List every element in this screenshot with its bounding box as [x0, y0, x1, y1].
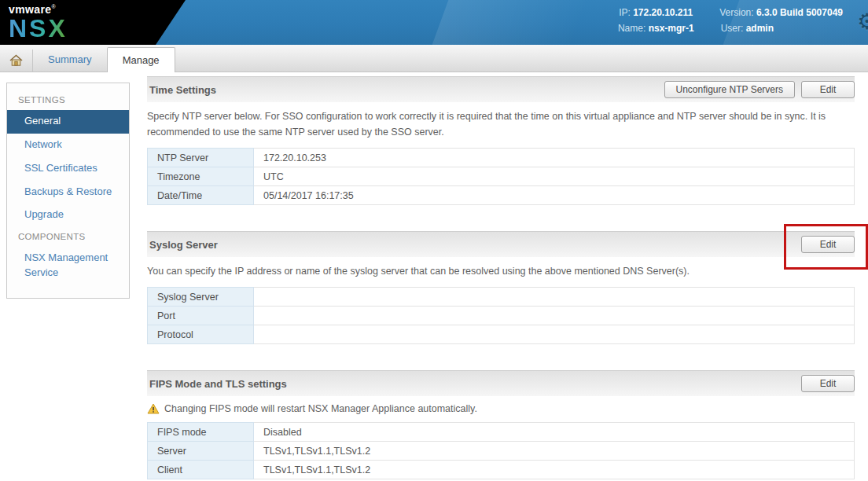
table-row: NTP Server 172.20.10.253	[148, 149, 855, 167]
table-row: Server TLSv1,TLSv1.1,TLSv1.2	[148, 442, 855, 461]
time-settings-title: Time Settings	[149, 84, 216, 96]
sidebar-item-general[interactable]: General	[7, 110, 129, 134]
row-value	[254, 307, 855, 325]
row-value	[254, 288, 855, 307]
nsx-logo: vmware® NSX	[9, 3, 68, 40]
sidebar: SETTINGS General Network SSL Certificate…	[0, 72, 147, 481]
fips-warning: Changing FIPS mode will restart NSX Mana…	[147, 403, 855, 414]
sidebar-item-backups-restore[interactable]: Backups & Restore	[7, 181, 129, 204]
warning-icon	[147, 403, 160, 414]
sidebar-item-network[interactable]: Network	[7, 134, 129, 157]
row-label: Syslog Server	[148, 288, 254, 307]
row-value: Disabled	[254, 423, 855, 442]
tab-bar: Summary Manage	[0, 45, 868, 72]
sidebar-item-nsx-management-service[interactable]: NSX Management Service	[7, 247, 129, 285]
sidebar-item-upgrade[interactable]: Upgrade	[7, 204, 129, 227]
row-value	[254, 325, 855, 344]
nsx-logo-text: NSX	[9, 17, 68, 40]
time-settings-edit-button[interactable]: Edit	[801, 81, 855, 98]
sidebar-menu: SETTINGS General Network SSL Certificate…	[6, 83, 130, 299]
row-value: TLSv1,TLSv1.1,TLSv1.2	[254, 461, 855, 479]
section-time-settings: Time Settings Unconfigure NTP Servers Ed…	[147, 76, 855, 205]
syslog-server-description: You can specify the IP address or name o…	[147, 263, 855, 279]
syslog-server-title: Syslog Server	[149, 239, 218, 251]
home-icon	[9, 54, 23, 66]
table-row: Protocol	[148, 325, 855, 344]
row-label: Server	[148, 442, 254, 461]
row-label: Port	[148, 307, 254, 325]
syslog-server-table: Syslog Server Port Protocol	[147, 287, 855, 344]
sidebar-item-ssl-certificates[interactable]: SSL Certificates	[7, 157, 129, 181]
unconfigure-ntp-servers-button[interactable]: Unconfigure NTP Servers	[664, 81, 796, 98]
row-label: Client	[148, 461, 254, 479]
gear-icon[interactable]: ⚙	[857, 9, 868, 35]
fips-tls-title: FIPS Mode and TLS settings	[149, 378, 287, 390]
row-label: FIPS mode	[148, 423, 254, 442]
time-settings-description: Specify NTP server below. For SSO config…	[147, 108, 855, 140]
row-value: UTC	[254, 167, 855, 186]
table-row: Timezone UTC	[148, 167, 855, 186]
table-row: Port	[148, 307, 855, 325]
row-value: 05/14/2017 16:17:35	[254, 186, 855, 205]
fips-edit-button[interactable]: Edit	[801, 375, 855, 392]
row-label: Timezone	[148, 167, 254, 186]
top-banner: vmware® NSX IP: 172.20.10.211 Version: 6…	[0, 0, 868, 45]
tab-summary[interactable]: Summary	[33, 47, 107, 72]
sidebar-header-settings: SETTINGS	[7, 90, 129, 110]
time-settings-header: Time Settings Unconfigure NTP Servers Ed…	[147, 76, 855, 102]
tab-home[interactable]	[0, 50, 33, 72]
syslog-server-header: Syslog Server Edit	[147, 231, 855, 257]
row-value: 172.20.10.253	[254, 149, 855, 167]
row-value: TLSv1,TLSv1.1,TLSv1.2	[254, 442, 855, 461]
syslog-edit-button[interactable]: Edit	[801, 236, 855, 253]
table-row: Date/Time 05/14/2017 16:17:35	[148, 186, 855, 205]
user-info: User: admin	[721, 23, 774, 34]
fips-warning-text: Changing FIPS mode will restart NSX Mana…	[164, 403, 477, 414]
fips-tls-table: FIPS mode Disabled Server TLSv1,TLSv1.1,…	[147, 422, 855, 479]
table-row: Client TLSv1,TLSv1.1,TLSv1.2	[148, 461, 855, 479]
fips-tls-header: FIPS Mode and TLS settings Edit	[147, 370, 855, 396]
tab-manage[interactable]: Manage	[107, 47, 175, 72]
sidebar-header-components: COMPONENTS	[7, 227, 129, 247]
row-label: Protocol	[148, 325, 254, 344]
time-settings-table: NTP Server 172.20.10.253 Timezone UTC Da…	[147, 148, 855, 205]
row-label: Date/Time	[148, 186, 254, 205]
registered-mark: ®	[52, 4, 56, 9]
ip-info: IP: 172.20.10.211	[619, 7, 693, 18]
row-label: NTP Server	[148, 149, 254, 167]
table-row: Syslog Server	[148, 288, 855, 307]
section-syslog-server: Syslog Server Edit You can specify the I…	[147, 231, 855, 344]
version-info: Version: 6.3.0 Build 5007049	[719, 7, 843, 18]
appliance-info: IP: 172.20.10.211 Version: 6.3.0 Build 5…	[618, 7, 843, 34]
main-panel: Time Settings Unconfigure NTP Servers Ed…	[147, 72, 855, 481]
name-info: Name: nsx-mgr-1	[618, 23, 694, 34]
table-row: FIPS mode Disabled	[148, 423, 855, 442]
content-area: SETTINGS General Network SSL Certificate…	[0, 72, 868, 481]
section-fips-tls: FIPS Mode and TLS settings Edit Changing…	[147, 370, 855, 479]
